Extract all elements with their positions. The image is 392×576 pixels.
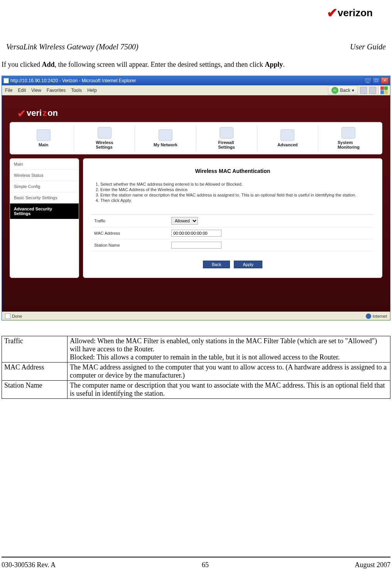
tab-system-monitoring[interactable]: SystemMonitoring [318,125,379,151]
internet-zone-icon [366,313,371,319]
intro-text-3: . [283,61,285,68]
chevron-down-icon: ▾ [352,88,354,93]
verizon-check-icon: ✔ [327,5,338,20]
menubar: File Edit View Favorites Tools Help ← Ba… [2,85,390,95]
statusbar: Done Internet [2,312,390,320]
menu-help[interactable]: Help [87,88,97,93]
menu-file[interactable]: File [5,88,12,93]
sidebar-item-main[interactable]: Main [10,159,79,170]
def-val-traffic: Allowed: When the MAC Filter is enabled,… [68,336,390,363]
sidebar-item-simple-config[interactable]: Simple Config [10,181,79,192]
wireless-icon [98,127,112,139]
ie-page-icon [3,78,9,83]
tab-advanced-label: Advanced [277,142,298,147]
sidebar: Main Wireless Status Simple Config Basic… [10,158,79,278]
sidebar-item-wireless-status[interactable]: Wireless Status [10,170,79,181]
advanced-icon [280,129,294,141]
intro-text-1: If you clicked [2,61,42,68]
verizon-logo-text: verizon [338,7,373,19]
tab-main[interactable]: Main [13,125,74,151]
browser-window: http://10.16.90.10:2420 - Verizon - Micr… [2,76,390,320]
status-done: Done [12,314,22,318]
main-tabbar: Main WirelessSettings My Network Firewal… [10,122,382,154]
close-button[interactable]: × [381,77,389,84]
status-page-icon [5,313,10,319]
menu-tools[interactable]: Tools [71,88,82,93]
def-key-mac: MAC Address [2,363,68,381]
maximize-button[interactable]: □ [372,77,380,84]
tab-firewall-label: FirewallSettings [218,140,235,149]
minimize-button[interactable]: _ [364,77,372,84]
def-key-station: Station Name [2,381,68,399]
guide-label: User Guide [350,42,386,51]
tab-wireless-label: WirelessSettings [96,140,113,149]
titlebar: http://10.16.90.10:2420 - Verizon - Micr… [2,76,390,85]
back-toolbar-button[interactable]: ← Back ▾ [328,86,358,95]
tab-network-label: My Network [154,142,177,147]
instruction-3: Enter the station name or description th… [100,193,374,197]
instruction-2: Enter the MAC Address of the Wireless de… [100,187,374,192]
network-icon [159,129,172,141]
footer-page: 65 [202,561,209,569]
intro-apply: Apply [265,61,283,68]
table-row: Traffic Allowed: When the MAC Filter is … [2,336,390,363]
intro-paragraph: If you clicked Add, the following screen… [2,61,390,69]
verizon-z: z [42,108,47,118]
row-station: Station Name [91,239,374,251]
row-mac: MAC Address [91,227,374,239]
tab-sysmon-label: SystemMonitoring [338,140,360,149]
table-row: Station Name The computer name or descri… [2,381,390,399]
toolbar-icon-1[interactable] [360,87,367,94]
firewall-icon [220,127,233,139]
tab-wireless-settings[interactable]: WirelessSettings [74,125,135,151]
def-val-mac: The MAC address assigned to the computer… [68,363,390,381]
row-traffic: Traffic Allowed [91,215,374,227]
apply-button[interactable]: Apply [234,261,262,268]
window-title: http://10.16.90.10:2420 - Verizon - Micr… [10,78,136,83]
product-name: VersaLink Wireless Gateway (Model 7500) [6,42,139,51]
monitor-icon [341,127,355,139]
back-arrow-icon: ← [331,87,338,94]
footer: 030-300536 Rev. A 65 August 2007 [2,561,390,569]
station-input[interactable] [171,242,221,249]
def-val-station: The computer name or description that yo… [68,381,390,399]
windows-flag-icon [378,86,388,94]
traffic-label: Traffic [94,219,171,223]
instruction-1: Select whether the MAC address being ent… [100,182,374,186]
sidebar-item-basic-security[interactable]: Basic Security Settings [10,192,79,203]
verizon-logo-page: ✔ verizon [17,107,382,119]
footer-date: August 2007 [355,561,390,569]
back-button[interactable]: Back [203,261,230,268]
intro-add: Add [42,61,54,68]
footer-rev: 030-300536 Rev. A [2,561,56,569]
mac-label: MAC Address [94,231,171,235]
toolbar-icon-2[interactable] [369,87,376,94]
tab-firewall-settings[interactable]: FirewallSettings [196,125,257,151]
tab-advanced[interactable]: Advanced [257,125,318,151]
panel-title: Wireless MAC Authentication [91,168,374,174]
menu-items: File Edit View Favorites Tools Help [2,88,97,93]
traffic-select[interactable]: Allowed [171,217,198,225]
form-area: Traffic Allowed MAC Address Station Name [91,214,374,251]
back-label: Back [340,88,350,93]
menu-favorites[interactable]: Favorites [47,88,66,93]
footer-divider [2,557,390,557]
sidebar-item-advanced-security[interactable]: Advanced SecuritySettings [10,203,79,219]
page-body: ✔ verizon Main WirelessSettings My Netwo… [2,95,390,312]
verizon-check-icon-page: ✔ [17,108,26,120]
instructions-list: Select whether the MAC address being ent… [91,182,374,203]
menu-edit[interactable]: Edit [18,88,26,93]
main-icon [37,129,51,141]
mac-input[interactable] [171,230,221,237]
main-panel: Wireless MAC Authentication Select wheth… [83,158,382,278]
tab-main-label: Main [39,142,48,147]
station-label: Station Name [94,243,171,247]
menu-view[interactable]: View [31,88,41,93]
instruction-4: Then click Apply. [100,198,374,203]
verizon-text-1: veri [27,108,42,118]
def-key-traffic: Traffic [2,336,68,363]
verizon-text-2: on [47,108,58,118]
verizon-logo-top: ✔verizon [327,4,373,19]
tab-my-network[interactable]: My Network [135,125,196,151]
status-internet: Internet [373,314,387,318]
